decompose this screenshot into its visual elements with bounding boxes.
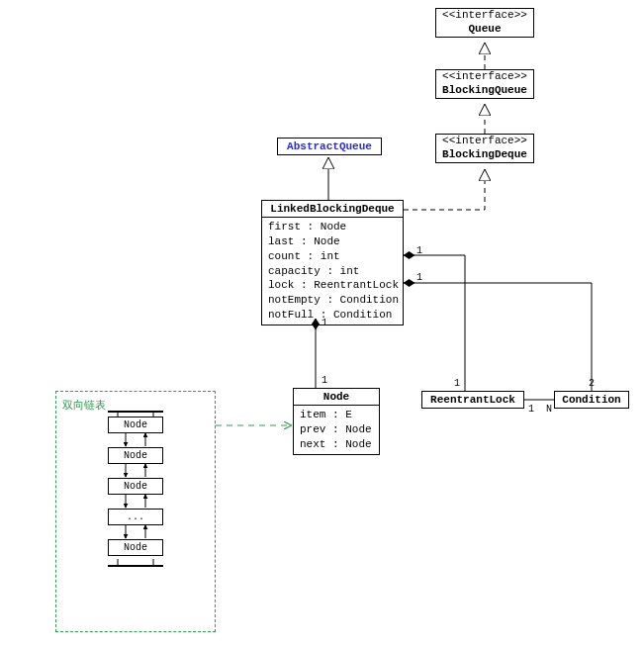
queue-title: Queue bbox=[436, 21, 533, 37]
doubly-linked-list-panel: 双向链表 Node Node Node ... Node bbox=[55, 391, 216, 632]
doubly-linked-list: Node Node Node ... Node bbox=[88, 417, 183, 556]
mult-lbd-node-2: 1 bbox=[322, 375, 327, 386]
abstract-queue-title: AbstractQueue bbox=[278, 139, 381, 154]
blocking-deque-title: BlockingDeque bbox=[436, 146, 533, 162]
blocking-queue-title: BlockingQueue bbox=[436, 82, 533, 98]
interface-blocking-queue: <<interface>> BlockingQueue bbox=[435, 69, 534, 99]
lbd-title: LinkedBlockingDeque bbox=[262, 201, 403, 218]
interface-queue: <<interface>> Queue bbox=[435, 8, 534, 38]
node-attributes: item : E prev : Node next : Node bbox=[294, 406, 379, 454]
mult-lock-cond-1: 1 bbox=[528, 404, 534, 415]
mult-lbd-cond-2: 2 bbox=[589, 378, 595, 389]
mult-lock-cond-n: N bbox=[546, 404, 552, 415]
mult-lbd-cond-1: 1 bbox=[416, 272, 422, 283]
condition-class: Condition bbox=[554, 391, 629, 409]
mult-lbd-lock-2: 1 bbox=[454, 378, 460, 389]
stereotype-label: <<interface>> bbox=[436, 70, 533, 82]
reentrant-lock-title: ReentrantLock bbox=[422, 392, 523, 408]
node-class: Node item : E prev : Node next : Node bbox=[293, 388, 380, 455]
reentrant-lock-class: ReentrantLock bbox=[421, 391, 524, 409]
abstract-queue-class: AbstractQueue bbox=[277, 138, 382, 155]
lbd-attributes: first : Node last : Node count : int cap… bbox=[262, 218, 403, 325]
stereotype-label: <<interface>> bbox=[436, 9, 533, 21]
stereotype-label: <<interface>> bbox=[436, 135, 533, 146]
linked-blocking-deque-class: LinkedBlockingDeque first : Node last : … bbox=[261, 200, 404, 325]
mult-lbd-node-1: 1 bbox=[322, 318, 327, 328]
node-title: Node bbox=[294, 389, 379, 406]
mult-lbd-lock-1: 1 bbox=[416, 245, 422, 256]
list-node-arrows bbox=[88, 409, 183, 577]
interface-blocking-deque: <<interface>> BlockingDeque bbox=[435, 134, 534, 163]
condition-title: Condition bbox=[555, 392, 628, 408]
